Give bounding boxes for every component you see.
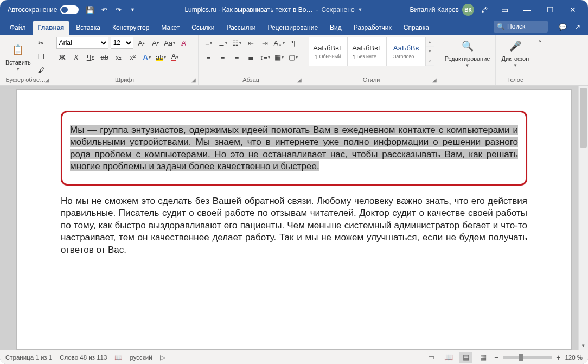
user-account[interactable]: Виталий Каиров ВК	[410, 4, 474, 16]
voice-group-label: Голос	[500, 76, 530, 84]
style-heading1[interactable]: АаБбВв Заголово…	[387, 37, 426, 66]
launcher-icon[interactable]: ◢	[191, 77, 196, 83]
save-icon[interactable]: 💾	[85, 5, 95, 15]
read-mode-icon[interactable]: 📖	[442, 352, 455, 363]
align-right-icon[interactable]: ≡	[231, 51, 243, 63]
group-editing: 🔍 Редактирование ▼	[439, 35, 496, 85]
styles-more-icon[interactable]: ▿	[426, 56, 434, 66]
chevron-up-icon[interactable]: ▴	[426, 37, 434, 47]
paragraph-2[interactable]: Но мы не сможем это сделать без Вашей об…	[61, 195, 527, 256]
language-indicator[interactable]: русский	[130, 354, 152, 361]
ribbon-options-icon[interactable]: ▭	[494, 2, 515, 18]
search-input[interactable]: 🔍 Поиск	[494, 21, 548, 33]
format-painter-icon[interactable]: 🖌	[35, 64, 47, 76]
line-spacing-icon[interactable]: ↕≡	[259, 51, 271, 63]
bullets-icon[interactable]: ≡	[203, 37, 215, 49]
chevron-down-icon[interactable]: ▾	[426, 47, 434, 56]
launcher-icon[interactable]: ◢	[297, 77, 302, 83]
autosave-toggle[interactable]: Автосохранение	[8, 5, 79, 14]
highlight-color-icon[interactable]: ab	[155, 51, 167, 63]
tab-view[interactable]: Вид	[324, 21, 347, 35]
sort-icon[interactable]: A↓	[273, 37, 285, 49]
tab-layout[interactable]: Макет	[156, 21, 185, 35]
group-clipboard: 📋 Вставить ▼ ✂ ❐ 🖌 Буфер обме…◢	[0, 35, 52, 85]
web-layout-icon[interactable]: ▦	[477, 352, 490, 363]
tab-design[interactable]: Конструктор	[107, 21, 155, 35]
indent-increase-icon[interactable]: ⇥	[259, 37, 271, 49]
tab-mailings[interactable]: Рассылки	[221, 21, 261, 35]
saved-status[interactable]: Сохранено	[321, 6, 354, 14]
page-indicator[interactable]: Страница 1 из 1	[5, 354, 52, 361]
minimize-icon[interactable]: —	[516, 2, 538, 18]
tab-insert[interactable]: Вставка	[71, 21, 106, 35]
qat-dropdown-icon[interactable]: ▼	[127, 5, 137, 15]
dictate-button[interactable]: 🎤 Диктофон ▼	[500, 37, 530, 69]
toggle-switch[interactable]	[60, 5, 79, 14]
align-center-icon[interactable]: ≡	[217, 51, 229, 63]
comments-icon[interactable]: 💬	[557, 22, 568, 33]
scrollbar-thumb[interactable]	[580, 88, 587, 148]
scroll-down-icon[interactable]: ▾	[579, 341, 588, 350]
page[interactable]: Мы — группа энтузиастов, одержимых идеей…	[16, 89, 572, 350]
cut-icon[interactable]: ✂	[35, 37, 47, 49]
styles-gallery-nav[interactable]: ▴ ▾ ▿	[426, 37, 434, 66]
undo-icon[interactable]: ↶	[99, 5, 109, 15]
zoom-out-icon[interactable]: −	[494, 353, 498, 362]
group-font: Arial 12 A▴ A▾ Aa A̷ Ж К Ч ab x₂ x² A ab…	[52, 35, 199, 85]
redo-icon[interactable]: ↷	[113, 5, 123, 15]
align-left-icon[interactable]: ≡	[203, 51, 215, 63]
close-icon[interactable]: ✕	[562, 2, 584, 18]
launcher-icon[interactable]: ◢	[432, 77, 437, 83]
tab-help[interactable]: Справка	[398, 21, 434, 35]
indent-decrease-icon[interactable]: ⇤	[245, 37, 257, 49]
numbering-icon[interactable]: ≣	[217, 37, 229, 49]
copy-icon[interactable]: ❐	[35, 50, 47, 62]
underline-button[interactable]: Ч	[85, 51, 97, 63]
clear-format-icon[interactable]: A̷	[178, 37, 190, 49]
bold-button[interactable]: Ж	[56, 51, 68, 63]
share-icon[interactable]: ↗	[572, 22, 584, 33]
change-case-icon[interactable]: Aa	[164, 37, 176, 49]
zoom-in-icon[interactable]: +	[556, 353, 560, 362]
tab-home[interactable]: Главная	[33, 21, 70, 35]
print-layout-icon[interactable]: ▤	[459, 352, 472, 363]
collapse-ribbon-icon[interactable]: ˄	[536, 37, 543, 49]
font-color-icon[interactable]: A	[169, 51, 181, 63]
justify-icon[interactable]: ≣	[245, 51, 257, 63]
font-size-select[interactable]: 12	[111, 37, 133, 49]
shrink-font-icon[interactable]: A▾	[150, 37, 162, 49]
strikethrough-button[interactable]: ab	[99, 51, 111, 63]
text-effects-icon[interactable]: A	[141, 51, 153, 63]
group-paragraph: ≡ ≣ ☷ ⇤ ⇥ A↓ ¶ ≡ ≡ ≡ ≣ ↕≡ ▦ ▢ Абзац◢	[199, 35, 304, 85]
tab-file[interactable]: Файл	[4, 21, 31, 35]
borders-icon[interactable]: ▢	[287, 51, 299, 63]
subscript-button[interactable]: x₂	[113, 51, 125, 63]
maximize-icon[interactable]: ☐	[539, 2, 561, 18]
paste-button[interactable]: 📋 Вставить ▼	[4, 41, 32, 73]
font-name-select[interactable]: Arial	[56, 37, 108, 49]
spellcheck-icon[interactable]: 📖	[114, 354, 122, 361]
word-count[interactable]: Слово 48 из 113	[60, 354, 107, 361]
macro-icon[interactable]: ▷	[160, 354, 165, 361]
zoom-level[interactable]: 120 %	[565, 354, 583, 361]
show-marks-icon[interactable]: ¶	[287, 37, 299, 49]
focus-mode-icon[interactable]: ▭	[425, 352, 438, 363]
paragraph-group-label: Абзац◢	[203, 76, 299, 84]
italic-button[interactable]: К	[71, 51, 82, 63]
zoom-slider[interactable]	[503, 356, 552, 359]
style-normal[interactable]: АаБбВвГ ¶ Обычный	[309, 37, 348, 66]
tab-references[interactable]: Ссылки	[186, 21, 220, 35]
style-no-spacing[interactable]: АаБбВвГ ¶ Без инте…	[348, 37, 387, 66]
shading-icon[interactable]: ▦	[273, 51, 285, 63]
paragraph-1[interactable]: Мы — группа энтузиастов, одержимых идеей…	[70, 125, 518, 171]
grow-font-icon[interactable]: A▴	[136, 37, 148, 49]
tab-review[interactable]: Рецензирование	[262, 21, 323, 35]
search-placeholder: Поиск	[507, 23, 525, 30]
launcher-icon[interactable]: ◢	[45, 77, 49, 83]
vertical-scrollbar[interactable]: ▴ ▾	[578, 86, 588, 350]
tab-developer[interactable]: Разработчик	[348, 21, 397, 35]
editing-dropdown[interactable]: 🔍 Редактирование ▼	[444, 37, 491, 69]
multilevel-icon[interactable]: ☷	[231, 37, 243, 49]
pen-icon[interactable]: 🖉	[480, 5, 489, 15]
superscript-button[interactable]: x²	[127, 51, 139, 63]
